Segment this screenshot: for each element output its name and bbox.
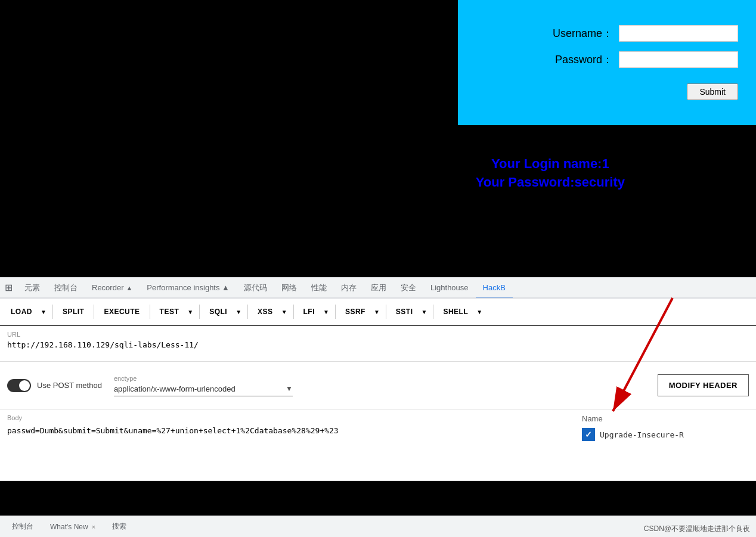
bottom-tab-search[interactable]: 搜索 <box>105 518 134 535</box>
ssrf-button[interactable]: SSRF <box>339 304 371 319</box>
lfi-dropdown: LFI ▼ <box>298 304 331 319</box>
password-row: Password： <box>476 51 738 68</box>
ssti-button[interactable]: SSTI <box>390 304 419 319</box>
username-row: Username： <box>476 25 738 42</box>
devtools-tab-console[interactable]: 控制台 <box>47 278 85 299</box>
upgrade-insecure-checkbox[interactable]: ✓ <box>582 428 595 441</box>
options-section: Use POST method enctype application/x-ww… <box>0 362 756 409</box>
use-post-label: Use POST method <box>37 381 102 390</box>
devtools-tab-hackbar[interactable]: HackB <box>476 278 513 298</box>
devtools-tab-memory[interactable]: 内存 <box>334 278 364 299</box>
devtools-tab-network[interactable]: 网络 <box>274 278 304 299</box>
body-value[interactable]: passwd=Dumb&submit=Submit&uname=%27+unio… <box>7 425 570 437</box>
sep7 <box>335 305 336 319</box>
watermark-text: CSDN@不要温顺地走进那个良夜 <box>644 524 750 534</box>
toggle-knob <box>19 380 30 391</box>
recorder-icon: ▲ <box>126 284 132 291</box>
bottom-tabbar: 控制台 What's New × 搜索 CSDN@不要温顺地走进那个良夜 <box>0 516 756 537</box>
body-right: Name ✓ Upgrade-Insecure-R <box>582 414 749 476</box>
body-label: Body <box>7 414 570 421</box>
shell-button[interactable]: SHELL <box>437 304 474 319</box>
ssrf-dropdown: SSRF ▼ <box>339 304 382 319</box>
devtools-tab-performance[interactable]: 性能 <box>304 278 334 299</box>
sep3 <box>150 305 150 319</box>
sep8 <box>386 305 386 319</box>
test-dropdown-arrow[interactable]: ▼ <box>185 305 196 319</box>
sep9 <box>433 305 433 319</box>
load-dropdown: LOAD ▼ <box>5 304 49 319</box>
url-section: URL http://192.168.110.129/sqli-labs/Les… <box>0 326 756 362</box>
xss-button[interactable]: XSS <box>252 304 279 319</box>
devtools-tab-security[interactable]: 安全 <box>394 278 423 299</box>
submit-button[interactable]: Submit <box>687 83 738 100</box>
sep1 <box>52 305 53 319</box>
bottom-tab-console[interactable]: 控制台 <box>5 518 41 535</box>
sqli-dropdown-arrow[interactable]: ▼ <box>233 305 244 319</box>
url-value[interactable]: http://192.168.110.129/sqli-labs/Less-11… <box>7 340 749 349</box>
enctype-label: enctype <box>114 375 293 382</box>
devtools-tab-lighthouse[interactable]: Lighthouse <box>423 278 476 298</box>
devtools-tab-application[interactable]: 应用 <box>364 278 394 299</box>
checkbox-name-text: Upgrade-Insecure-R <box>600 430 684 439</box>
shell-dropdown-arrow[interactable]: ▼ <box>474 305 485 319</box>
enctype-container: enctype application/x-www-form-urlencode… <box>114 375 293 396</box>
enctype-dropdown-arrow[interactable]: ▼ <box>286 384 293 393</box>
hackbar-toolbar: LOAD ▼ SPLIT EXECUTE TEST ▼ SQLI ▼ XSS ▼… <box>0 299 756 326</box>
body-left: Body passwd=Dumb&submit=Submit&uname=%27… <box>7 414 570 476</box>
modify-header-button[interactable]: MODIFY HEADER <box>658 374 749 396</box>
ssti-dropdown-arrow[interactable]: ▼ <box>419 305 430 319</box>
test-dropdown: TEST ▼ <box>154 304 196 319</box>
login-form-container: Username： Password： Submit <box>458 0 756 125</box>
sqli-dropdown: SQLI ▼ <box>203 304 244 319</box>
execute-button[interactable]: EXECUTE <box>98 304 145 319</box>
checkbox-row: ✓ Upgrade-Insecure-R <box>582 428 749 441</box>
lfi-button[interactable]: LFI <box>298 304 321 319</box>
username-input[interactable] <box>619 25 738 42</box>
lfi-dropdown-arrow[interactable]: ▼ <box>321 305 331 319</box>
devtools-tab-sources[interactable]: 源代码 <box>237 278 274 299</box>
submit-row: Submit <box>476 83 738 100</box>
use-post-toggle[interactable] <box>7 379 31 392</box>
password-label: Password： <box>547 52 613 67</box>
url-label: URL <box>7 331 749 338</box>
enctype-value: application/x-www-form-urlencoded <box>114 384 281 393</box>
load-dropdown-arrow[interactable]: ▼ <box>38 305 49 319</box>
use-post-toggle-container: Use POST method <box>7 379 102 392</box>
checkmark-icon: ✓ <box>585 430 592 439</box>
devtools-tab-elements[interactable]: 元素 <box>17 278 47 299</box>
split-button[interactable]: SPLIT <box>57 304 91 319</box>
shell-dropdown: SHELL ▼ <box>437 304 485 319</box>
sep4 <box>199 305 200 319</box>
sep6 <box>293 305 294 319</box>
devtools-tab-recorder[interactable]: Recorder ▲ <box>85 278 140 298</box>
body-section: Body passwd=Dumb&submit=Submit&uname=%27… <box>0 409 756 481</box>
devtools-tab-performance-insights[interactable]: Performance insights ▲ <box>140 278 237 298</box>
ssrf-dropdown-arrow[interactable]: ▼ <box>371 305 382 319</box>
sep2 <box>94 305 94 319</box>
login-password-text: Your Password:security <box>476 173 625 192</box>
performance-insights-label: Performance insights ▲ <box>147 283 230 292</box>
bottom-tab-whatsnew[interactable]: What's New × <box>43 519 103 535</box>
xss-dropdown-arrow[interactable]: ▼ <box>279 305 290 319</box>
username-label: Username： <box>547 26 613 41</box>
test-button[interactable]: TEST <box>154 304 185 319</box>
devtools-tab-icon-area[interactable]: ⊞ <box>0 282 17 294</box>
sqli-button[interactable]: SQLI <box>203 304 233 319</box>
enctype-select[interactable]: application/x-www-form-urlencoded ▼ <box>114 384 293 396</box>
devtools-tabs-bar: ⊞ 元素 控制台 Recorder ▲ Performance insights… <box>0 277 756 299</box>
whatsnew-close-icon[interactable]: × <box>92 523 95 530</box>
password-input[interactable] <box>619 51 738 68</box>
xss-dropdown: XSS ▼ <box>252 304 289 319</box>
load-button[interactable]: LOAD <box>5 304 38 319</box>
name-label: Name <box>582 414 749 423</box>
ssti-dropdown: SSTI ▼ <box>390 304 430 319</box>
middle-black-section: Your Login name:1 Your Password:security <box>0 125 756 277</box>
sep5 <box>247 305 248 319</box>
login-name-text: Your Login name:1 <box>476 155 625 173</box>
login-result: Your Login name:1 Your Password:security <box>476 155 625 192</box>
